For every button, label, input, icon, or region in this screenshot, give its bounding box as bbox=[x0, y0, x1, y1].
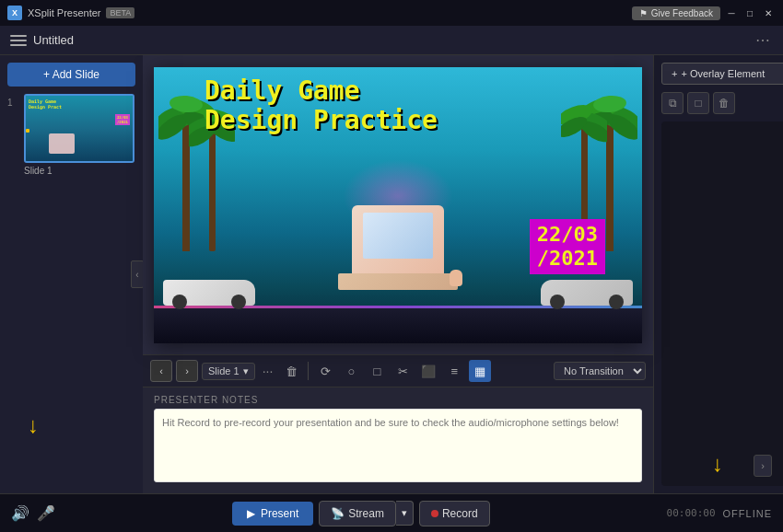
transition-select[interactable]: No Transition bbox=[554, 362, 646, 380]
microphone-icon[interactable]: 🎤 bbox=[37, 504, 55, 522]
mini-yellow-indicator bbox=[26, 129, 29, 133]
overlay-toolbar: ⧉ □ 🗑 bbox=[661, 92, 783, 114]
slide-date: 22/03 /2021 bbox=[530, 219, 605, 275]
toolbar-slide-label: Slide 1 ▾ bbox=[202, 363, 255, 380]
slide-toolbar: ‹ › Slide 1 ▾ ··· 🗑 ⟳ ○ □ ✂ ⬛ ≡ ▦ No Tra… bbox=[143, 354, 653, 387]
present-button[interactable]: ▶ Present bbox=[232, 502, 313, 526]
slide-canvas: Daily Game Design Practice 22/03 /2021 bbox=[154, 67, 642, 343]
stream-button[interactable]: 📡 Stream bbox=[319, 501, 396, 526]
mini-computer bbox=[49, 133, 75, 154]
right-sidebar-content bbox=[661, 121, 783, 486]
car-right bbox=[541, 279, 633, 320]
prev-slide-button[interactable]: ‹ bbox=[150, 360, 172, 382]
speaker-icon[interactable]: 🔊 bbox=[11, 504, 29, 522]
wifi-icon: 📡 bbox=[331, 507, 345, 520]
slide-item[interactable]: 1 Daily GameDesign Pract 22/03/2021 Slid… bbox=[7, 94, 135, 176]
slide-computer bbox=[315, 178, 481, 297]
menu-more-options[interactable]: ⋯ bbox=[750, 29, 776, 51]
feedback-button[interactable]: ⚑ Give Feedback bbox=[632, 6, 720, 20]
record-dot bbox=[431, 510, 438, 517]
title-bar: X XSplit Presenter BETA ⚑ Give Feedback … bbox=[0, 0, 783, 26]
restore-button[interactable]: □ bbox=[742, 6, 757, 20]
notes-textarea[interactable] bbox=[154, 409, 642, 482]
svg-rect-6 bbox=[209, 132, 216, 251]
stream-button-group: 📡 Stream ▾ bbox=[319, 501, 414, 526]
right-sidebar: + + Overlay Element ⧉ □ 🗑 › ↓ bbox=[653, 55, 783, 493]
sidebar-collapse-button[interactable]: ‹ bbox=[131, 260, 144, 288]
right-arrow-indicator: ↓ bbox=[712, 451, 723, 477]
menu-bar: Untitled ⋯ bbox=[0, 26, 783, 55]
bottom-center: ▶ Present 📡 Stream ▾ Record bbox=[63, 501, 660, 526]
chevron-right-icon: › bbox=[761, 460, 765, 471]
overlay-delete-button[interactable]: 🗑 bbox=[713, 92, 735, 114]
mini-slide-date: 22/03/2021 bbox=[115, 114, 130, 125]
add-slide-button[interactable]: + Add Slide bbox=[7, 63, 135, 87]
slide-title: Daily Game Design Practice bbox=[205, 76, 438, 135]
hamburger-menu[interactable] bbox=[7, 29, 29, 52]
minimize-button[interactable]: ─ bbox=[724, 6, 739, 20]
stream-dropdown-button[interactable]: ▾ bbox=[396, 501, 414, 526]
slide-number: 1 bbox=[7, 94, 18, 108]
next-slide-button[interactable]: › bbox=[176, 360, 198, 382]
bottom-right: 00:00:00 OFFLINE bbox=[667, 507, 772, 519]
slide-label: Slide 1 bbox=[24, 166, 134, 176]
slide-canvas-area: Daily Game Design Practice 22/03 /2021 bbox=[143, 55, 653, 354]
slides-panel: 1 Daily GameDesign Pract 22/03/2021 Slid… bbox=[7, 94, 135, 486]
overlay-resize-button[interactable]: □ bbox=[687, 92, 709, 114]
plus-icon: + bbox=[672, 68, 677, 79]
record-button[interactable]: Record bbox=[419, 501, 490, 526]
left-sidebar: + Add Slide 1 Daily GameDesign Pract 22/… bbox=[0, 55, 143, 493]
notes-area: PRESENTER NOTES bbox=[143, 387, 653, 493]
overlay-copy-button[interactable]: ⧉ bbox=[661, 92, 684, 114]
toolbar-dots[interactable]: ··· bbox=[259, 364, 277, 378]
tool-grid-button[interactable]: ▦ bbox=[469, 360, 491, 382]
offline-badge: OFFLINE bbox=[723, 508, 772, 519]
tool-refresh-button[interactable]: ⟳ bbox=[314, 360, 336, 382]
tool-crop-button[interactable]: ✂ bbox=[392, 360, 414, 382]
car-left bbox=[163, 279, 255, 320]
center-content: Daily Game Design Practice 22/03 /2021 bbox=[143, 55, 653, 493]
slide-background: Daily Game Design Practice 22/03 /2021 bbox=[154, 67, 642, 343]
title-bar-controls: ⚑ Give Feedback ─ □ ✕ bbox=[632, 6, 776, 20]
play-icon: ▶ bbox=[247, 507, 255, 520]
beta-badge: BETA bbox=[106, 7, 134, 18]
app-name: XSplit Presenter bbox=[28, 7, 100, 18]
svg-rect-11 bbox=[606, 122, 614, 251]
bottom-bar: 🔊 🎤 ▶ Present 📡 Stream ▾ Record 00:00:00… bbox=[0, 493, 783, 532]
notes-label: PRESENTER NOTES bbox=[154, 395, 642, 405]
mini-slide-title: Daily GameDesign Pract bbox=[29, 98, 62, 110]
document-title[interactable]: Untitled bbox=[33, 33, 746, 47]
right-panel-expand-button[interactable]: › bbox=[754, 455, 772, 477]
tool-fill-button[interactable]: ⬛ bbox=[417, 360, 439, 382]
delete-slide-button[interactable]: 🗑 bbox=[280, 360, 302, 382]
add-overlay-button[interactable]: + + Overlay Element bbox=[661, 63, 783, 85]
tool-circle-button[interactable]: ○ bbox=[340, 360, 362, 382]
slide-thumbnail: Daily GameDesign Pract 22/03/2021 bbox=[24, 94, 134, 163]
time-display: 00:00:00 bbox=[667, 507, 716, 519]
bottom-left: 🔊 🎤 bbox=[11, 504, 55, 522]
flag-icon: ⚑ bbox=[639, 8, 648, 18]
app-icon: X bbox=[7, 6, 22, 20]
toolbar-separator bbox=[308, 362, 309, 380]
title-bar-left: X XSplit Presenter BETA bbox=[7, 6, 134, 20]
tool-list-button[interactable]: ≡ bbox=[443, 360, 465, 382]
left-arrow-indicator: ↓ bbox=[28, 412, 39, 438]
tool-rect-button[interactable]: □ bbox=[366, 360, 388, 382]
close-button[interactable]: ✕ bbox=[761, 6, 776, 20]
main-layout: + Add Slide 1 Daily GameDesign Pract 22/… bbox=[0, 55, 783, 493]
slide-canvas-wrapper: Daily Game Design Practice 22/03 /2021 bbox=[154, 67, 642, 343]
